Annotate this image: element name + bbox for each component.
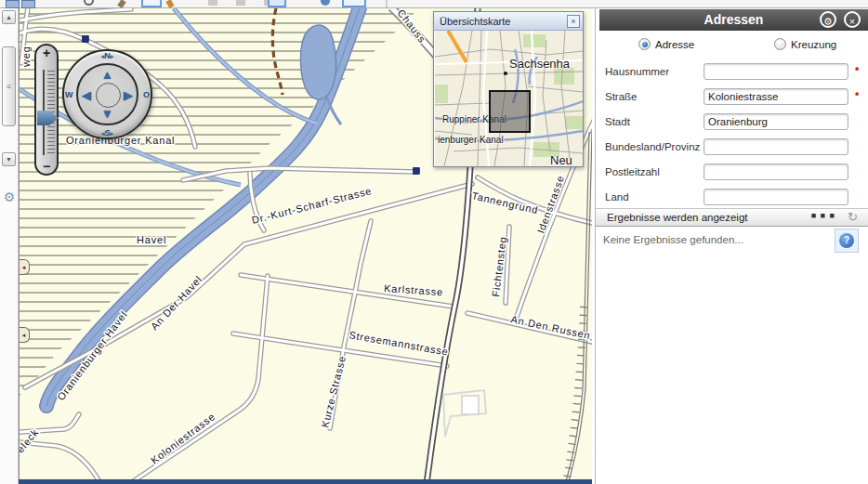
land-input[interactable] [704, 189, 848, 205]
refresh-icon[interactable]: ↻ [848, 210, 858, 224]
zoom-slider-handle[interactable] [37, 111, 59, 125]
toolbar-framed-icon[interactable] [342, 0, 366, 7]
overview-map-body[interactable]: Sachsenha Ruppiner Kanal ienburger Kanal… [435, 31, 583, 166]
required-marker: * [855, 90, 859, 101]
overview-city-dot [504, 72, 507, 75]
pan-west-button[interactable]: W [65, 90, 73, 99]
postleitzahl-label: Postleitzahl [605, 166, 660, 177]
compass-arrow-icon: ▸ [111, 130, 114, 137]
overview-map-window: Übersichtskarte × [433, 11, 584, 167]
map-canvas[interactable]: weg Oranienburger Kanal Chauss Havel Ora… [19, 7, 592, 479]
stadt-label: Stadt [605, 116, 630, 127]
pan-east-button[interactable]: O [143, 90, 150, 99]
hausnummer-label: Hausnummer [605, 66, 669, 77]
help-icon: ? [839, 233, 854, 248]
map-bottom-bar [19, 479, 592, 484]
compass-inner-ring: ▲ ◀ ▶ ▼ [76, 63, 138, 125]
stadt-input[interactable] [704, 113, 848, 130]
overview-title: Übersichtskarte [434, 12, 583, 31]
field-row-postleitzahl: Postleitzahl [596, 164, 868, 180]
panel-settings-gear-icon[interactable]: ⚙ [820, 11, 836, 28]
compass-arrow-icon: ▸ [111, 53, 114, 59]
compass-center-button[interactable] [96, 83, 121, 108]
help-button[interactable]: ? [835, 229, 859, 253]
panel-header: Adressen ⚙ × [599, 9, 868, 31]
street-label-havel: Havel [137, 234, 166, 245]
toolbar-marker-icon[interactable] [165, 0, 174, 8]
bundesland-input[interactable] [704, 138, 848, 155]
overview-label-sachsenhausen: Sachsenha [509, 57, 570, 71]
overview-extent-rectangle[interactable] [489, 90, 531, 133]
zoom-out-button[interactable]: − [36, 159, 57, 174]
land-label: Land [605, 191, 629, 203]
radio-kreuzung[interactable] [774, 38, 786, 50]
overview-label-oranienburger-kanal: ienburger Kanal [438, 135, 504, 145]
lake [300, 25, 335, 99]
overview-close-button[interactable]: × [567, 15, 580, 28]
toolbar-strip [0, 0, 868, 8]
field-row-stadt: Stadt [596, 113, 868, 130]
more-options-icon[interactable]: ■ ■ ■ [811, 211, 835, 220]
radio-adresse[interactable] [638, 38, 651, 50]
radio-kreuzung-label[interactable]: Kreuzung [791, 39, 836, 50]
scroll-thumb[interactable]: ≡ [2, 46, 16, 126]
postleitzahl-input[interactable] [704, 164, 848, 180]
results-header-bar: Ergebnisse werden angezeigt ■ ■ ■ ↻ [596, 208, 868, 227]
overview-label-neu: Neu [550, 153, 572, 166]
scroll-down-button[interactable]: ▼ [2, 152, 16, 166]
toolbar-select-icon[interactable] [141, 0, 162, 7]
no-results-text: Keine Ergebnisse gefunden... [603, 234, 743, 245]
field-row-bundesland: Bundesland/Provinz [596, 138, 868, 155]
scroll-up-button[interactable]: ▲ [2, 10, 16, 24]
strasse-label: Straße [605, 91, 638, 102]
pan-compass-control[interactable]: ◂N▸ W O ◂S▸ ▲ ◀ ▶ ▼ [62, 49, 152, 139]
pan-up-arrow[interactable]: ▲ [101, 69, 113, 81]
bundesland-label: Bundesland/Provinz [605, 141, 700, 152]
hausnummer-input[interactable] [704, 63, 848, 80]
panel-title: Adressen [704, 12, 764, 27]
pan-down-arrow[interactable]: ▼ [101, 108, 113, 120]
address-search-panel: Adressen ⚙ × Adresse Kreuzung Hausnummer… [595, 0, 868, 484]
strasse-input[interactable] [704, 88, 848, 105]
toolbar-icon-fragment[interactable] [6, 0, 20, 8]
pan-right-arrow[interactable]: ▶ [124, 88, 133, 100]
pan-north-button[interactable]: ◂N▸ [101, 51, 114, 60]
toolbar-pencil-icon[interactable] [117, 0, 126, 8]
field-row-land: Land [596, 189, 868, 205]
search-mode-radio-group: Adresse Kreuzung [596, 38, 868, 53]
toolbar-separator [386, 0, 388, 7]
pan-south-button[interactable]: ◂S▸ [101, 128, 113, 137]
map-edge-collapse-tab[interactable]: ◂ [19, 259, 30, 275]
map-edge-collapse-tab[interactable]: ◂ [19, 327, 30, 343]
results-header-text: Ergebnisse werden angezeigt [607, 212, 748, 223]
toolbar-globe-icon[interactable] [321, 0, 330, 6]
settings-gear-icon[interactable]: ⚙ [2, 190, 17, 204]
zoom-slider[interactable]: + − [34, 44, 59, 176]
field-row-hausnummer: Hausnummer * [596, 63, 868, 80]
zoom-in-button[interactable]: + [36, 46, 57, 60]
toolbar-framed-icon[interactable] [268, 0, 286, 7]
toolbar-circle-icon[interactable] [84, 0, 94, 6]
panel-close-icon[interactable]: × [844, 11, 861, 28]
toolbar-icon-fragment[interactable] [21, 0, 35, 8]
left-scrollbar-column: ▲ ≡ ▼ ⚙ [0, 7, 19, 484]
required-marker: * [855, 65, 859, 76]
app-window: { "map": { "labels": { "weg": "weg", "or… [0, 0, 868, 484]
pan-left-arrow[interactable]: ◀ [82, 88, 91, 100]
street-label-weg: weg [20, 46, 32, 68]
field-row-strasse: Straße * [596, 88, 868, 105]
radio-adresse-label[interactable]: Adresse [655, 39, 694, 50]
